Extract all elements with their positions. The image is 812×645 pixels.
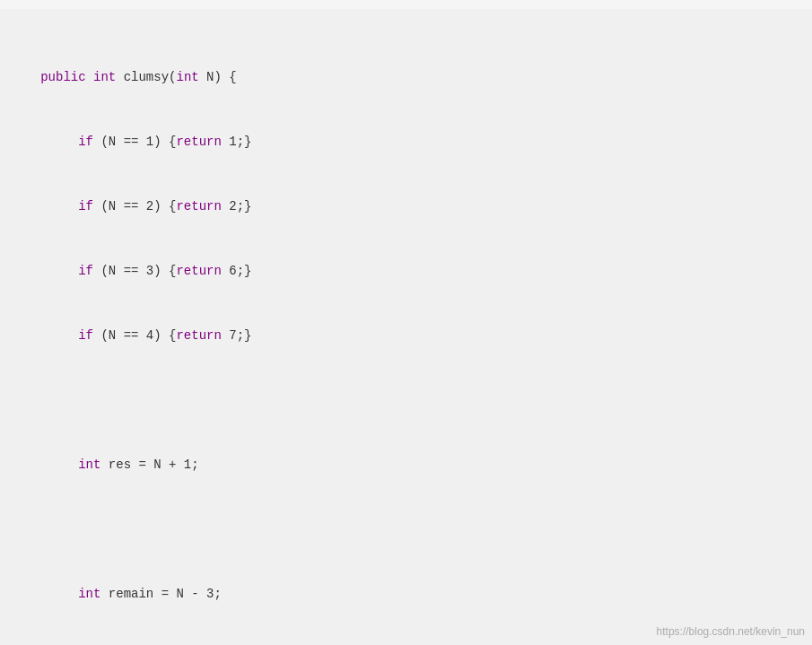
code-line-6: int res = N + 1; [18, 454, 794, 476]
page-container: public int clumsy( int N) { if (N == 1) … [0, 0, 812, 645]
keyword-int-param: int [176, 66, 198, 89]
keyword-public: public [40, 66, 85, 89]
keyword-int: int [93, 66, 116, 89]
code-line-5: if (N == 4) { return 7;} [18, 325, 794, 347]
code-indent [18, 583, 78, 606]
code-indent [18, 66, 40, 89]
code-line-4: if (N == 3) { return 6;} [18, 260, 794, 283]
code-indent [18, 260, 78, 283]
code-indent [18, 196, 78, 218]
watermark: https://blog.csdn.net/kevin_nun [657, 625, 805, 638]
code-line-3: if (N == 2) { return 2;} [18, 196, 794, 218]
code-line-blank2 [18, 519, 794, 541]
code-block: public int clumsy( int N) { if (N == 1) … [0, 9, 812, 645]
code-indent [18, 131, 78, 153]
code-indent [18, 325, 78, 347]
code-line-2: if (N == 1) { return 1;} [18, 131, 794, 153]
code-line-7: int remain = N - 3; [18, 583, 794, 606]
code-line-blank1 [18, 389, 794, 412]
code-line-1: public int clumsy( int N) { [18, 66, 794, 89]
code-indent [18, 454, 78, 476]
